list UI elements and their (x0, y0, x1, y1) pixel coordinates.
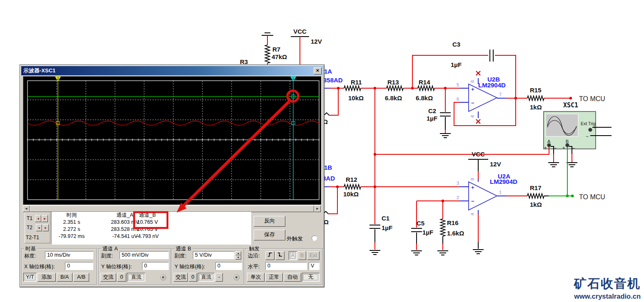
wire (375, 147, 549, 154)
ground-symbol (437, 251, 448, 255)
t2-label: T2 (27, 225, 32, 230)
c2-label: C2 (428, 107, 436, 114)
channel-b-scale-field[interactable]: 5 V/Div (193, 251, 235, 259)
yt-mode-button[interactable]: Y/T (23, 273, 37, 282)
trigger-normal-button[interactable]: 正常 (265, 273, 283, 282)
channel-a-panel: 通道 A 刻度: 500 mV/Div Y 轴位移(格): 0 交流 0 直流 (98, 248, 171, 285)
scale-up-icon[interactable]: ▲ (235, 251, 241, 255)
cursor-t2-number: 2 (57, 77, 59, 81)
channel-a-scale-field[interactable]: 500 mV/Div (120, 251, 169, 259)
level-label: 水平: (248, 263, 260, 270)
trigger-unit-field[interactable]: V (309, 262, 320, 270)
c5-value: 1µF (422, 229, 433, 236)
t2-right-button[interactable]: ► (42, 224, 49, 231)
channel-b-header: 通道_B (129, 212, 166, 219)
timebase-xpos-field[interactable]: 0 (65, 262, 93, 270)
time-header: 时间 (52, 212, 92, 219)
r17-value: 1kΩ (530, 201, 542, 208)
ground-symbol (369, 250, 380, 255)
channel-a-ac-button[interactable]: 交流 (100, 273, 116, 282)
trigger-level-field[interactable]: 0 (265, 262, 307, 270)
channel-b-terminal[interactable] (566, 144, 569, 147)
ground-symbol (567, 163, 577, 167)
add-mode-button[interactable]: 添加 (37, 273, 56, 282)
resistor-r17 (527, 194, 544, 198)
channel-b-zero-button[interactable]: 0 (189, 273, 197, 282)
t1-time: 2.351 s (52, 219, 92, 226)
u1a-partial-name: 358AD (323, 77, 343, 84)
c5-label: C5 (417, 220, 424, 227)
pin-5: 5 (457, 82, 459, 87)
channel-b-dc-button[interactable]: 直流 (198, 273, 215, 282)
scope-display: 2 1 (23, 76, 322, 205)
pin-2: 2 (457, 195, 459, 200)
scale-label: 刻度: (175, 252, 186, 260)
timebase-scale-field[interactable]: 10 ms/Div (45, 251, 93, 259)
u2a-partnumber: LM2904D (490, 178, 517, 185)
ext-trig-terminal[interactable] (589, 128, 592, 132)
rising-edge-button[interactable] (265, 251, 275, 260)
nc-pin-x (476, 71, 480, 75)
close-icon[interactable]: ✕ (314, 67, 322, 74)
trigger-auto-button[interactable]: 自动 (284, 273, 301, 282)
minus-input: − (471, 100, 474, 106)
t1-left-button[interactable]: ◄ (35, 215, 41, 222)
trigger-source-ext-button[interactable]: Ext (307, 251, 320, 260)
t2-channel-b: 10.765 V (129, 226, 166, 233)
pin-4: 4 (470, 115, 475, 118)
t2-left-button[interactable]: ◄ (36, 224, 42, 231)
t1-channel-b: 10.765 V (129, 219, 166, 226)
trigger-source-a-button[interactable]: A (289, 251, 297, 260)
pin-1: 1 (499, 190, 502, 195)
falling-edge-button[interactable] (275, 251, 285, 260)
resistor-r14 (418, 86, 434, 91)
vcc-top-label: VCC (293, 28, 307, 35)
window-title: 示波器-XSC1 (23, 67, 55, 74)
window-titlebar[interactable]: 示波器-XSC1 ✕ (21, 66, 323, 75)
trigger-source-b-button[interactable]: B (298, 251, 306, 260)
ext-trigger-label: 外触发 (287, 235, 303, 243)
cursor-control-panel: T1 ◄ ► T2 ◄ ► T2-T1 (25, 213, 50, 243)
wire (328, 187, 337, 214)
watermark: 矿石收音机 www.crystalradio.cn (574, 275, 641, 300)
u1a-partial-label: 1A (324, 68, 332, 75)
scroll-left-icon[interactable]: ◄ (23, 205, 30, 212)
u2b-partnumber: LM2904D (478, 82, 506, 89)
plus-sign: + (544, 145, 547, 150)
r14-label: R14 (419, 79, 430, 86)
channel-b-minus-button[interactable]: - (215, 273, 223, 282)
watermark-title: 矿石收音机 (574, 275, 641, 292)
time-column: 时间 2.351 s 2.272 s -79.972 ms (52, 212, 92, 240)
save-button[interactable]: 保存 (254, 230, 285, 240)
channel-b-caption: 通道 B (175, 245, 192, 252)
channel-a-ypos-field[interactable]: 0 (142, 262, 169, 270)
trigger-single-button[interactable]: 单次 (247, 273, 265, 282)
resistor-r12 (344, 185, 361, 189)
r12-value: 10kΩ (343, 191, 359, 198)
channel-a-zero-button[interactable]: 0 (117, 273, 126, 282)
channel-b-ac-button[interactable]: 交流 (174, 273, 188, 282)
scroll-right-icon[interactable]: ► (314, 205, 321, 212)
channel-b-ypos-field[interactable]: 0 (215, 262, 242, 270)
xpos-label: X 轴位移(格): (24, 263, 55, 270)
edge-label: 边沿: (248, 252, 260, 260)
channel-a-caption: 通道 A (101, 245, 119, 252)
rising-edge-icon (267, 252, 273, 257)
channel-a-terminal[interactable] (547, 144, 551, 147)
ba-mode-button[interactable]: B/A (57, 273, 72, 282)
ab-mode-button[interactable]: A/B (73, 273, 89, 282)
minus-sign: − (586, 134, 589, 139)
scale-down-icon[interactable]: ▼ (235, 255, 241, 260)
resistor-r13 (387, 86, 403, 91)
cursor-t1-number: 1 (292, 77, 294, 81)
delta-time: -79.972 ms (52, 233, 92, 240)
r15-value: 1kΩ (530, 104, 542, 111)
center-axis (27, 139, 319, 141)
plus-input: + (471, 184, 474, 191)
channel-a-dc-button[interactable]: 直流 (127, 273, 145, 282)
trigger-none-button[interactable]: 无 (302, 273, 320, 282)
delta-channel-b: -4.793 nV (129, 233, 166, 240)
t1-right-button[interactable]: ► (42, 215, 48, 222)
reverse-button[interactable]: 反向 (254, 216, 285, 227)
ext-trigger-radio[interactable] (312, 235, 317, 241)
